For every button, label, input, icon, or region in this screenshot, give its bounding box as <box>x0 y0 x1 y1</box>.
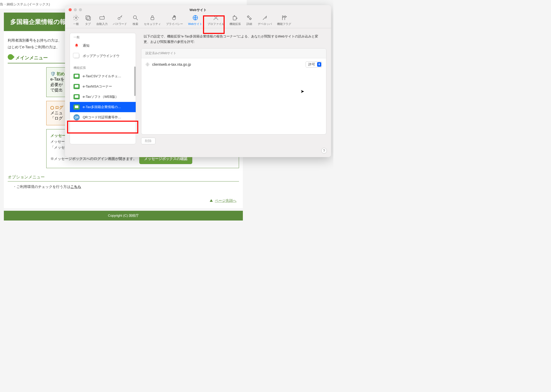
toolbar-developer[interactable]: デベロッパ <box>255 13 274 28</box>
option-item: ・ご利用環境のチェックを行う方はこちら <box>13 185 239 189</box>
sidebar-ext-qr-label: QRコード付証明書等作… <box>83 115 121 120</box>
toolbar-autofill[interactable]: 自動入力 <box>94 13 110 28</box>
toolbar-privacy[interactable]: プライバシー <box>163 13 186 28</box>
extension-icon <box>74 104 80 110</box>
popup-icon <box>74 53 80 59</box>
toolbar-general[interactable]: 一般 <box>70 13 82 28</box>
bottom-bar: 削除 <box>141 135 326 144</box>
key-icon <box>50 106 54 110</box>
svg-rect-3 <box>100 17 104 19</box>
configured-sites-box: 設定済みのWebサイト clientweb.e-tax.nta.go.jp 許可 <box>141 48 326 135</box>
toolbar-flags[interactable]: 機能フラグ <box>274 13 294 28</box>
hand-icon <box>171 14 178 21</box>
gears-icon <box>246 14 253 21</box>
sidebar-popups[interactable]: ポップアップウインドウ <box>70 51 136 61</box>
toolbar-passwords[interactable]: パスワード <box>110 13 130 28</box>
svg-rect-1 <box>86 16 89 19</box>
close-button[interactable] <box>69 8 72 11</box>
toolbar-security[interactable]: セキュリティ <box>141 13 163 28</box>
toolbar-extensions[interactable]: 機能拡張 <box>227 13 243 28</box>
preferences-toolbar: 一般 タブ 自動入力 パスワード 検索 セキュリティ プライバシー Webサイ <box>65 11 331 28</box>
person-icon <box>213 14 219 21</box>
toolbar-websites[interactable]: Webサイト <box>186 13 205 28</box>
lock-icon <box>149 14 156 21</box>
page-footer: Copyright (C) 国税庁 <box>4 211 243 221</box>
site-domain: clientweb.e-tax.nta.go.jp <box>152 62 306 66</box>
key-icon <box>117 14 123 21</box>
toolbar-privacy-label: プライバシー <box>166 22 183 26</box>
option-link[interactable]: こちら <box>70 185 81 189</box>
toolbar-general-label: 一般 <box>73 22 79 26</box>
clover-icon <box>6 53 14 61</box>
sidebar-ext-nisa[interactable]: e-TaxNISAコーナー <box>70 81 136 92</box>
svg-rect-2 <box>87 17 90 20</box>
sidebar-ext-qr[interactable]: QR QRコード付証明書等作… <box>70 112 136 122</box>
tabs-icon <box>85 14 91 21</box>
toolbar-extensions-label: 機能拡張 <box>229 22 241 26</box>
svg-point-9 <box>247 16 249 17</box>
minimize-button[interactable] <box>74 8 77 11</box>
option-text: ・ご利用環境のチェックを行う方は <box>13 185 70 189</box>
svg-point-10 <box>250 18 251 20</box>
toolbar-developer-label: デベロッパ <box>258 22 272 26</box>
toolbar-profiles[interactable]: プロファイル <box>205 13 227 28</box>
autofill-icon <box>99 14 105 21</box>
toolbar-advanced[interactable]: 詳細 <box>243 13 255 28</box>
extension-icon <box>74 73 80 79</box>
option-menu-heading: オプションメニュー <box>8 175 239 181</box>
box2-title: ログ <box>55 105 63 110</box>
page-top-link[interactable]: ページ先頭へ <box>215 198 236 203</box>
toolbar-search[interactable]: 検索 <box>130 13 141 28</box>
sidebar-ext-soft[interactable]: e-Taxソフト（WEB版） <box>70 92 136 102</box>
toolbar-advanced-label: 詳細 <box>246 22 252 26</box>
extension-icon <box>74 94 80 100</box>
toolbar-websites-label: Webサイト <box>188 22 202 26</box>
sidebar-ext-multinational-label: e-Tax多国籍企業情報の… <box>83 105 121 109</box>
window-titlebar: Webサイト <box>65 5 331 11</box>
svg-rect-6 <box>151 17 154 20</box>
permission-select[interactable]: 許可 <box>306 61 322 68</box>
window-title: Webサイト <box>65 8 331 12</box>
sidebar-ext-multinational[interactable]: e-Tax多国籍企業情報の… <box>70 102 136 112</box>
help-button[interactable]: ? <box>321 148 327 154</box>
globe-icon <box>145 62 150 66</box>
toolbar-search-label: 検索 <box>133 22 138 26</box>
toolbar-passwords-label: パスワード <box>113 22 127 26</box>
toolbar-profiles-label: プロファイル <box>207 22 224 26</box>
configured-sites-header: 設定済みのWebサイト <box>141 49 326 58</box>
sidebar-ext-csv-label: e-TaxCSVファイルチェ… <box>83 74 121 79</box>
arrow-up-icon <box>210 199 213 202</box>
traffic-lights <box>69 8 82 11</box>
maximize-button[interactable] <box>79 8 82 11</box>
safari-preferences-window: Webサイト 一般 タブ 自動入力 パスワード 検索 セキュリティ プ <box>65 5 331 157</box>
delete-button[interactable]: 削除 <box>141 138 155 144</box>
globe-icon <box>192 14 199 21</box>
toolbar-tabs[interactable]: タブ <box>82 13 94 28</box>
sidebar-notifications-label: 通知 <box>83 43 89 48</box>
puzzle-icon <box>232 14 238 21</box>
sidebar-general-section: 一般 <box>70 33 136 41</box>
box3-note: ※メッセージボックスへのログイン画面が開きます。 <box>50 157 137 161</box>
flag-icon <box>281 14 288 21</box>
site-row[interactable]: clientweb.e-tax.nta.go.jp 許可 <box>141 58 326 71</box>
sidebar-ext-nisa-label: e-TaxNISAコーナー <box>83 84 112 89</box>
svg-point-5 <box>133 16 136 19</box>
sidebar-notifications[interactable]: 通知 <box>70 41 136 51</box>
permission-value: 許可 <box>308 62 315 67</box>
toolbar-security-label: セキュリティ <box>144 22 161 26</box>
qr-icon: QR <box>74 114 80 120</box>
sidebar-ext-csv[interactable]: e-TaxCSVファイルチェ… <box>70 71 136 81</box>
bell-icon <box>74 43 80 49</box>
extension-icon <box>74 83 80 90</box>
toolbar-flags-label: 機能フラグ <box>277 22 291 26</box>
main-panel: 以下の設定で、機能拡張"e-Tax多国籍企業情報の報告コーナー"による、あなたが… <box>141 33 326 144</box>
preferences-body: 一般 通知 ポップアップウインドウ 機能拡張 e-TaxCSVファイルチェ… e… <box>65 28 331 149</box>
box1-title: 初め <box>57 72 65 76</box>
svg-point-4 <box>118 17 120 20</box>
sidebar-popups-label: ポップアップウインドウ <box>83 54 120 58</box>
svg-point-8 <box>215 16 217 18</box>
main-menu-label: メインメニュー <box>15 55 48 60</box>
sidebar-ext-soft-label: e-Taxソフト（WEB版） <box>83 94 118 99</box>
sidebar-scrollbar[interactable] <box>134 66 136 96</box>
toolbar-autofill-label: 自動入力 <box>96 22 108 26</box>
